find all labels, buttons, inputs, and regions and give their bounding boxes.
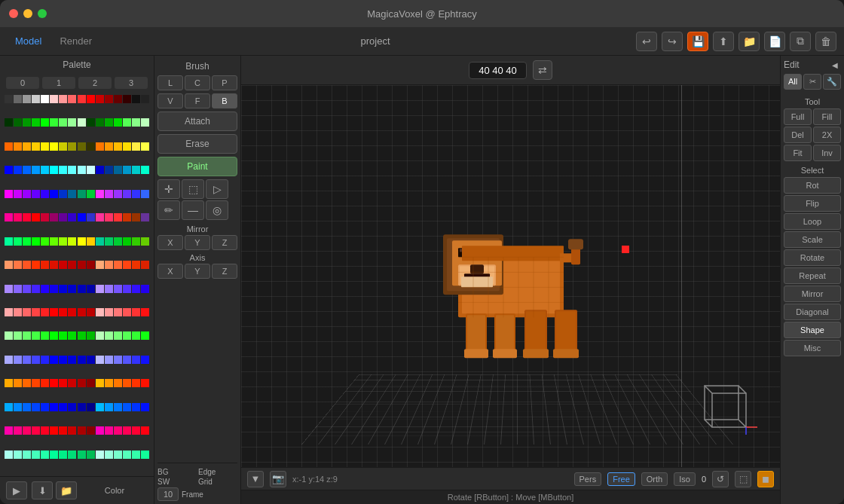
collapse-panel-button[interactable]: ◀: [829, 59, 841, 71]
viewport-canvas[interactable]: [241, 85, 780, 467]
close-button[interactable]: [9, 9, 18, 18]
color-cell-191[interactable]: [141, 356, 149, 364]
pers-view-button[interactable]: Pers: [574, 472, 602, 486]
color-cell-125[interactable]: [123, 261, 131, 269]
color-cell-213[interactable]: [50, 403, 58, 411]
export-button[interactable]: ⬆: [713, 32, 734, 51]
color-cell-200[interactable]: [78, 379, 86, 387]
color-cell-82[interactable]: [23, 213, 31, 221]
color-cell-203[interactable]: [105, 379, 113, 387]
color-cell-140[interactable]: [114, 285, 122, 293]
mirror-op-button[interactable]: Mirror: [784, 286, 841, 302]
color-cell-17[interactable]: [14, 118, 22, 127]
color-cell-121[interactable]: [87, 261, 95, 269]
rotate-button[interactable]: Rotate: [784, 249, 841, 266]
color-cell-100[interactable]: [41, 237, 49, 246]
color-cell-50[interactable]: [23, 166, 31, 174]
project-name[interactable]: project: [115, 35, 636, 47]
color-cell-252[interactable]: [114, 451, 122, 459]
palette-tab-3[interactable]: 3: [115, 77, 148, 89]
color-cell-143[interactable]: [141, 285, 149, 293]
color-cell-188[interactable]: [114, 356, 122, 364]
color-cell-36[interactable]: [41, 142, 49, 151]
color-cell-187[interactable]: [105, 356, 113, 364]
color-cell-116[interactable]: [41, 261, 49, 269]
color-cell-207[interactable]: [141, 379, 149, 387]
orth-view-button[interactable]: Orth: [641, 472, 668, 486]
color-cell-129[interactable]: [14, 285, 22, 293]
brush-mode-V[interactable]: V: [157, 93, 183, 108]
open-folder-button[interactable]: 📁: [738, 32, 760, 51]
color-cell-30[interactable]: [132, 118, 140, 127]
tab-render[interactable]: Render: [52, 32, 99, 50]
color-cell-161[interactable]: [14, 331, 22, 340]
color-cell-201[interactable]: [87, 379, 95, 387]
color-cell-35[interactable]: [32, 142, 40, 151]
color-cell-153[interactable]: [87, 308, 95, 316]
color-cell-110[interactable]: [132, 237, 140, 246]
color-cell-229[interactable]: [50, 426, 58, 435]
color-cell-232[interactable]: [78, 426, 86, 435]
color-cell-115[interactable]: [32, 261, 40, 269]
color-cell-142[interactable]: [132, 285, 140, 293]
color-cell-7[interactable]: [68, 95, 76, 103]
color-cell-58[interactable]: [96, 166, 104, 174]
pencil-tool-button[interactable]: ✏: [157, 200, 180, 220]
color-cell-159[interactable]: [141, 308, 149, 316]
color-cell-170[interactable]: [96, 331, 104, 340]
color-cell-144[interactable]: [5, 308, 13, 316]
color-cell-205[interactable]: [123, 379, 131, 387]
color-cell-108[interactable]: [114, 237, 122, 246]
color-cell-221[interactable]: [123, 403, 131, 411]
color-cell-83[interactable]: [32, 213, 40, 221]
erase-button[interactable]: Erase: [157, 134, 237, 154]
color-cell-231[interactable]: [68, 426, 76, 435]
color-cell-23[interactable]: [68, 118, 76, 127]
mirror-x-button[interactable]: X: [157, 235, 183, 250]
color-cell-190[interactable]: [132, 356, 140, 364]
color-cell-18[interactable]: [23, 118, 31, 127]
color-cell-78[interactable]: [132, 190, 140, 198]
diagonal-button[interactable]: Diagonal: [784, 304, 841, 320]
color-cell-22[interactable]: [59, 118, 67, 127]
color-cell-147[interactable]: [32, 308, 40, 316]
color-cell-1[interactable]: [14, 95, 22, 103]
color-cell-254[interactable]: [132, 451, 140, 459]
iso-view-button[interactable]: Iso: [674, 472, 696, 486]
color-cell-169[interactable]: [87, 331, 95, 340]
color-cell-52[interactable]: [41, 166, 49, 174]
color-cell-154[interactable]: [96, 308, 104, 316]
color-cell-88[interactable]: [78, 213, 86, 221]
repeat-button[interactable]: Repeat: [784, 267, 841, 284]
undo-button[interactable]: ↩: [636, 32, 657, 51]
color-cell-127[interactable]: [141, 261, 149, 269]
color-cell-253[interactable]: [123, 451, 131, 459]
color-cell-228[interactable]: [41, 426, 49, 435]
redo-button[interactable]: ↪: [662, 32, 683, 51]
color-cell-75[interactable]: [105, 190, 113, 198]
color-cell-117[interactable]: [50, 261, 58, 269]
axis-x-button[interactable]: X: [157, 264, 183, 279]
color-cell-109[interactable]: [123, 237, 131, 246]
color-cell-98[interactable]: [23, 237, 31, 246]
color-cell-131[interactable]: [32, 285, 40, 293]
color-cell-160[interactable]: [5, 331, 13, 340]
reset-camera-button[interactable]: ↺: [712, 471, 729, 487]
color-cell-105[interactable]: [87, 237, 95, 246]
open-palette-button[interactable]: 📁: [56, 481, 77, 499]
color-cell-63[interactable]: [141, 166, 149, 174]
select-tool-button[interactable]: ⬚: [182, 179, 204, 199]
color-cell-32[interactable]: [5, 142, 13, 151]
color-cell-43[interactable]: [105, 142, 113, 151]
color-cell-59[interactable]: [105, 166, 113, 174]
color-cell-85[interactable]: [50, 213, 58, 221]
color-cell-214[interactable]: [59, 403, 67, 411]
color-cell-64[interactable]: [5, 190, 13, 198]
color-cell-165[interactable]: [50, 331, 58, 340]
color-cell-132[interactable]: [41, 285, 49, 293]
color-cell-215[interactable]: [68, 403, 76, 411]
color-cell-138[interactable]: [96, 285, 104, 293]
color-cell-97[interactable]: [14, 237, 22, 246]
tab-model[interactable]: Model: [8, 32, 49, 50]
color-cell-80[interactable]: [5, 213, 13, 221]
